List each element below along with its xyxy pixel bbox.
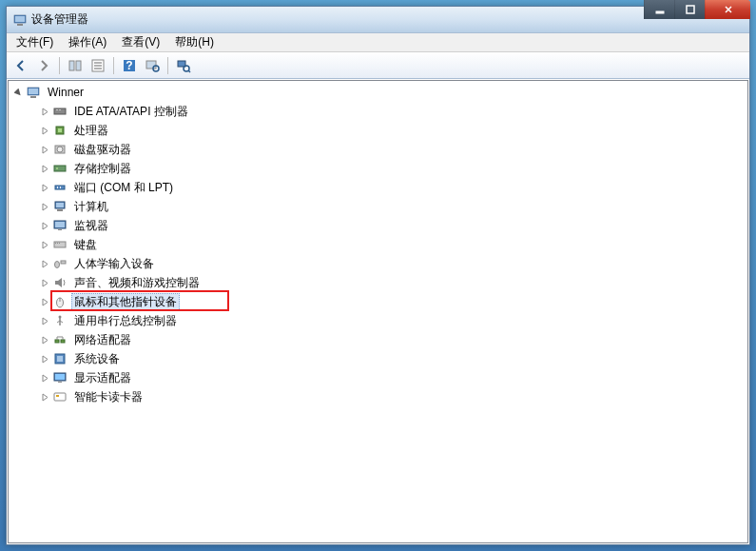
- expand-icon[interactable]: [39, 258, 50, 269]
- show-hide-console-button[interactable]: [65, 55, 86, 76]
- expand-icon[interactable]: [39, 106, 50, 117]
- properties-button[interactable]: [87, 55, 108, 76]
- maximize-button[interactable]: [674, 0, 705, 19]
- tree-item-ide[interactable]: IDE ATA/ATAPI 控制器: [28, 102, 746, 121]
- menu-action[interactable]: 操作(A): [63, 32, 112, 52]
- tree-content[interactable]: Winner IDE ATA/ATAPI 控制器处理器磁盘驱动器存储控制器端口 …: [8, 80, 748, 543]
- menu-file[interactable]: 文件(F): [10, 32, 59, 52]
- scan-hardware-button[interactable]: [142, 55, 163, 76]
- svg-rect-19: [29, 89, 38, 94]
- storage-icon: [52, 161, 68, 176]
- svg-rect-38: [58, 229, 62, 230]
- svg-rect-42: [59, 243, 60, 244]
- tree-root-node[interactable]: Winner: [10, 83, 746, 102]
- svg-rect-32: [60, 187, 61, 188]
- expand-icon[interactable]: [39, 163, 50, 174]
- svg-rect-1: [15, 16, 25, 22]
- svg-rect-4: [687, 6, 694, 13]
- smartcard-icon: [52, 389, 68, 404]
- tree-item-monitor[interactable]: 监视器: [28, 216, 746, 235]
- svg-rect-57: [57, 356, 63, 362]
- svg-line-17: [188, 70, 190, 72]
- tree-item-storage[interactable]: 存储控制器: [28, 159, 746, 178]
- svg-rect-2: [17, 24, 23, 26]
- expand-icon[interactable]: [39, 372, 50, 384]
- svg-rect-40: [55, 243, 56, 244]
- tree-item-label: 端口 (COM 和 LPT): [71, 179, 176, 197]
- tree-item-label: 监视器: [71, 217, 111, 235]
- disk-icon: [52, 142, 68, 157]
- view-devices-button[interactable]: [173, 55, 194, 76]
- svg-rect-28: [54, 166, 66, 171]
- expand-icon[interactable]: [39, 239, 50, 250]
- back-button[interactable]: [10, 55, 31, 76]
- tree-item-cpu[interactable]: 处理器: [28, 121, 746, 140]
- svg-rect-22: [56, 109, 58, 110]
- usb-icon: [52, 313, 68, 328]
- expand-icon[interactable]: [39, 315, 50, 326]
- toolbar-separator: [167, 57, 168, 74]
- mouse-icon: [52, 294, 68, 309]
- svg-point-27: [57, 147, 63, 152]
- device-manager-window: 设备管理器 文件(F) 操作(A) 查看(V) 帮助(H): [6, 6, 750, 545]
- tree-item-label: 存储控制器: [71, 160, 134, 178]
- app-icon: [12, 12, 28, 28]
- svg-rect-25: [58, 128, 62, 132]
- computer-icon: [26, 85, 41, 100]
- tree-item-system[interactable]: 系统设备: [28, 349, 746, 368]
- tree-root-label: Winner: [45, 85, 87, 100]
- expand-icon[interactable]: [39, 182, 50, 193]
- svg-rect-31: [57, 187, 58, 188]
- menu-help[interactable]: 帮助(H): [169, 32, 220, 52]
- display-icon: [52, 370, 68, 385]
- ide-icon: [52, 104, 68, 119]
- tree-item-computer[interactable]: 计算机: [28, 197, 746, 216]
- svg-rect-51: [55, 340, 59, 343]
- minimize-button[interactable]: [644, 0, 674, 19]
- svg-rect-37: [55, 222, 65, 227]
- tree-item-usb[interactable]: 通用串行总线控制器: [28, 311, 746, 330]
- tree-item-disk[interactable]: 磁盘驱动器: [28, 140, 746, 159]
- monitor-icon: [52, 218, 68, 233]
- titlebar[interactable]: 设备管理器: [7, 7, 749, 33]
- svg-rect-20: [30, 96, 36, 98]
- tree-item-port[interactable]: 端口 (COM 和 LPT): [28, 178, 746, 197]
- svg-rect-52: [61, 340, 65, 343]
- tree-item-label: 处理器: [71, 122, 111, 140]
- expand-icon[interactable]: [39, 296, 50, 307]
- tree-item-sound[interactable]: 声音、视频和游戏控制器: [28, 273, 746, 292]
- collapse-icon[interactable]: [12, 87, 24, 98]
- expand-icon[interactable]: [39, 201, 50, 212]
- svg-rect-3: [656, 11, 664, 13]
- port-icon: [52, 180, 68, 195]
- menu-view[interactable]: 查看(V): [116, 32, 165, 52]
- tree-item-label: 键盘: [71, 236, 100, 254]
- tree-item-label: 鼠标和其他指针设备: [71, 293, 180, 311]
- expand-icon[interactable]: [39, 334, 50, 345]
- expand-icon[interactable]: [39, 125, 50, 136]
- svg-text:?: ?: [126, 59, 132, 72]
- expand-icon[interactable]: [39, 220, 50, 231]
- expand-icon[interactable]: [39, 353, 50, 364]
- expand-icon[interactable]: [39, 277, 50, 288]
- help-button[interactable]: ?: [119, 55, 140, 76]
- tree-item-hid[interactable]: 人体学输入设备: [28, 254, 746, 273]
- svg-rect-59: [55, 374, 65, 380]
- close-button[interactable]: [705, 0, 750, 19]
- menubar: 文件(F) 操作(A) 查看(V) 帮助(H): [7, 33, 749, 52]
- tree-item-smartcard[interactable]: 智能卡读卡器: [28, 387, 746, 406]
- expand-icon[interactable]: [39, 144, 50, 155]
- forward-button[interactable]: [33, 55, 54, 76]
- expand-icon[interactable]: [39, 391, 50, 403]
- tree-item-network[interactable]: 网络适配器: [28, 330, 746, 349]
- tree-item-display[interactable]: 显示适配器: [28, 368, 746, 387]
- tree-item-label: 磁盘驱动器: [71, 141, 134, 159]
- toolbar-separator: [59, 57, 60, 74]
- window-controls: [644, 0, 750, 19]
- cpu-icon: [52, 123, 68, 138]
- tree-item-mouse[interactable]: 鼠标和其他指针设备: [28, 292, 746, 311]
- svg-rect-61: [54, 393, 66, 401]
- tree-item-keyboard[interactable]: 键盘: [28, 235, 746, 254]
- tree-item-label: IDE ATA/ATAPI 控制器: [71, 103, 191, 121]
- computer-icon: [52, 199, 68, 214]
